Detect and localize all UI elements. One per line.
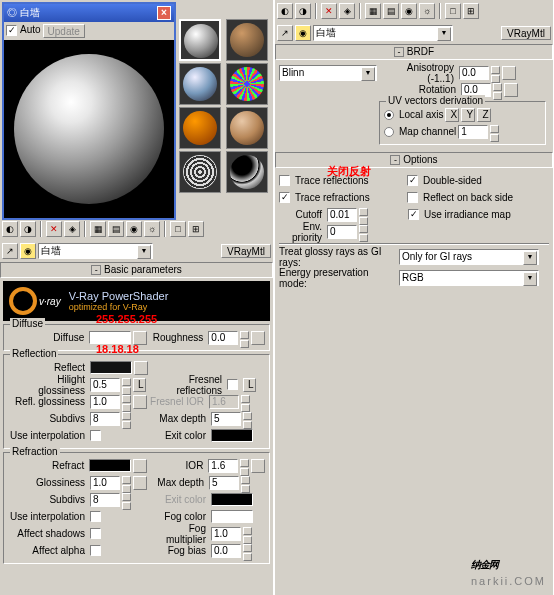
map-slot-button[interactable] [133, 395, 147, 409]
thumbnail[interactable] [226, 107, 268, 149]
window-titlebar[interactable]: ◎ 白墙 × [4, 4, 174, 22]
rollout-header[interactable]: - BRDF [275, 44, 553, 60]
spinner[interactable] [122, 476, 131, 490]
useint-checkbox[interactable] [90, 511, 101, 522]
spinner[interactable] [122, 412, 131, 426]
spinner[interactable] [240, 459, 249, 473]
tool-icon[interactable]: ◈ [64, 221, 80, 237]
tool-icon[interactable]: ▤ [108, 221, 124, 237]
auto-checkbox[interactable]: ✓Auto [6, 24, 41, 38]
spinner[interactable] [241, 476, 250, 490]
tool-icon[interactable]: ◈ [339, 3, 355, 19]
aniso-input[interactable]: 0.0 [459, 66, 489, 80]
subdivs-input[interactable]: 8 [90, 493, 120, 507]
map-channel-radio[interactable] [384, 127, 394, 137]
thumbnail[interactable] [179, 151, 221, 193]
thumbnail[interactable] [179, 63, 221, 105]
roughness-input[interactable]: 0.0 [208, 331, 238, 345]
tool-icon[interactable]: ◑ [20, 221, 36, 237]
map-slot-button[interactable] [133, 476, 147, 490]
spinner[interactable] [490, 125, 499, 139]
maxd-input[interactable]: 5 [209, 476, 239, 490]
tool-icon[interactable]: □ [445, 3, 461, 19]
tool-icon[interactable]: ◐ [2, 221, 18, 237]
useint-checkbox[interactable] [90, 430, 101, 441]
map-slot-button[interactable] [134, 361, 148, 375]
rollout-header[interactable]: - Basic parameters [0, 262, 273, 278]
lock-button[interactable]: L [243, 378, 256, 392]
thumbnail[interactable] [226, 151, 268, 193]
tool-icon[interactable]: ◉ [401, 3, 417, 19]
hilight-input[interactable]: 0.5 [90, 378, 120, 392]
spinner[interactable] [359, 225, 368, 239]
spinner[interactable] [240, 331, 249, 345]
trace-refr-checkbox[interactable]: ✓ [279, 192, 290, 203]
fogb-input[interactable]: 0.0 [211, 544, 241, 558]
glossy-mode-dropdown[interactable]: Only for GI rays [399, 249, 539, 265]
dsided-checkbox[interactable]: ✓ [407, 175, 418, 186]
map-slot-button[interactable] [251, 331, 265, 345]
thumbnail[interactable] [179, 107, 221, 149]
spinner[interactable] [243, 544, 252, 558]
spinner[interactable] [122, 395, 131, 409]
fogm-input[interactable]: 1.0 [211, 527, 241, 541]
spinner[interactable] [493, 83, 502, 97]
spinner[interactable] [491, 66, 500, 80]
spinner[interactable] [122, 493, 131, 507]
map-slot-button[interactable] [133, 459, 147, 473]
envp-input[interactable]: 0 [327, 225, 357, 239]
tool-icon[interactable]: ✕ [321, 3, 337, 19]
spinner[interactable] [241, 395, 250, 409]
refract-swatch[interactable] [89, 459, 131, 472]
tool-icon[interactable]: □ [170, 221, 186, 237]
exitc-swatch[interactable] [211, 493, 253, 506]
cutoff-input[interactable]: 0.01 [327, 208, 357, 222]
axis-x-button[interactable]: X [445, 108, 459, 122]
close-icon[interactable]: × [157, 6, 171, 20]
exitcolor-swatch[interactable] [211, 429, 253, 442]
energy-mode-dropdown[interactable]: RGB [399, 270, 539, 286]
thumbnail[interactable] [226, 63, 268, 105]
tool-icon[interactable]: ☼ [144, 221, 160, 237]
mapch-input[interactable]: 1 [458, 125, 488, 139]
fogcolor-swatch[interactable] [211, 510, 253, 523]
pick-icon[interactable]: ↗ [2, 243, 18, 259]
pick-icon[interactable]: ◉ [20, 243, 36, 259]
irrad-checkbox[interactable]: ✓ [408, 209, 419, 220]
thumbnail[interactable] [226, 19, 268, 61]
spinner[interactable] [243, 527, 252, 541]
tool-icon[interactable]: ☼ [419, 3, 435, 19]
rollout-header[interactable]: - Options [275, 152, 553, 168]
material-type-button[interactable]: VRayMtl [501, 26, 551, 40]
pick-icon[interactable]: ↗ [277, 25, 293, 41]
reflect-swatch[interactable] [90, 361, 132, 374]
tool-icon[interactable]: ▤ [383, 3, 399, 19]
tool-icon[interactable]: ▦ [365, 3, 381, 19]
spinner[interactable] [122, 378, 131, 392]
axis-z-button[interactable]: Z [477, 108, 491, 122]
rback-checkbox[interactable] [407, 192, 418, 203]
thumbnail[interactable] [179, 19, 221, 61]
update-button[interactable]: Update [43, 24, 85, 38]
ior-input[interactable]: 1.6 [208, 459, 238, 473]
material-type-button[interactable]: VRayMtl [221, 244, 271, 258]
tool-icon[interactable]: ◉ [126, 221, 142, 237]
tool-icon[interactable]: ⊞ [188, 221, 204, 237]
local-axis-radio[interactable] [384, 110, 394, 120]
map-slot-button[interactable] [504, 83, 518, 97]
brdf-type-dropdown[interactable]: Blinn [279, 65, 377, 81]
subdivs-input[interactable]: 8 [90, 412, 120, 426]
pick-icon[interactable]: ◉ [295, 25, 311, 41]
spinner[interactable] [243, 412, 252, 426]
alpha-checkbox[interactable] [90, 545, 101, 556]
tool-icon[interactable]: ▦ [90, 221, 106, 237]
map-slot-button[interactable] [502, 66, 516, 80]
tool-icon[interactable]: ◑ [295, 3, 311, 19]
fresnel-checkbox[interactable] [227, 379, 238, 390]
axis-y-button[interactable]: Y [461, 108, 475, 122]
material-name-dropdown[interactable]: 白墙 [313, 25, 453, 41]
reflgloss-input[interactable]: 1.0 [90, 395, 120, 409]
tool-icon[interactable]: ◐ [277, 3, 293, 19]
tool-icon[interactable]: ⊞ [463, 3, 479, 19]
spinner[interactable] [359, 208, 368, 222]
